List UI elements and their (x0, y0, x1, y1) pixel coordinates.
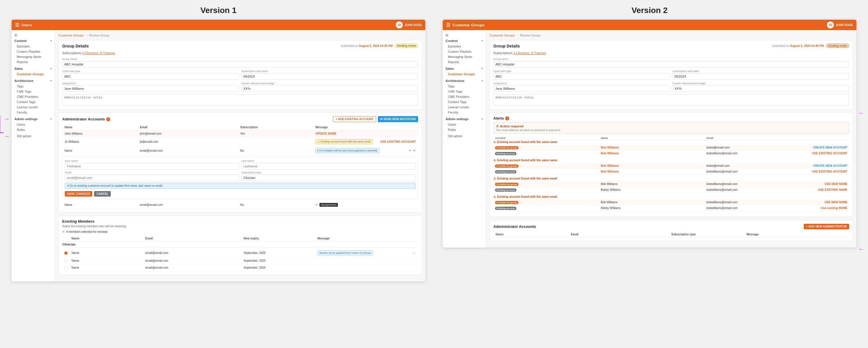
v2-use-new-name-2[interactable]: USE NEW NAME (825, 201, 847, 204)
v1-lastname-input[interactable] (241, 163, 415, 169)
v2-sidebar-architecture[interactable]: Architecture ▾ (443, 78, 486, 84)
v1-cancel-btn[interactable]: CANCEL (94, 191, 111, 197)
v2-use-new-name-1[interactable]: USE NEW NAME (825, 182, 847, 185)
v1-sidebar-architecture[interactable]: Architecture ▾ (11, 78, 55, 84)
v1-admin-accounts-card: Administrator Accounts i + ADD EXISTING … (58, 112, 422, 212)
v1-sidebar-old-admin[interactable]: Old admin (11, 134, 55, 139)
v2-add-admin-btn[interactable]: + ADD NEW ADMINISTRATOR (804, 224, 849, 229)
v1-discount-input[interactable] (241, 85, 418, 92)
v2-sidebar-learner-levels[interactable]: Learner Levels (443, 105, 486, 110)
v1-sidebar-admin[interactable]: Admin settings ▾ (11, 116, 55, 122)
v2-sidebar-playlists[interactable]: Custom Playlists (443, 49, 486, 54)
v1-topbar-title: Users (22, 23, 32, 27)
v1-breadcrumb: Customer Groups → Review Group (58, 34, 422, 37)
v2-action-required-desc: You must address all alerts to proceed t… (496, 128, 846, 132)
v2-subscriptions-link[interactable]: 4 Clinicians, 8 Trainees (513, 51, 546, 55)
v1-arrow-2: → (3, 133, 10, 140)
v2-sidebar-roles[interactable]: Roles (443, 127, 486, 132)
v1-sidebar-cme-tags[interactable]: CME Tags (11, 89, 55, 94)
v2-use-existing-2[interactable]: USE EXISTING ACCOUNT (812, 170, 847, 173)
v1-sidebar-content[interactable]: Content ▾ (11, 38, 55, 44)
v2-sidebar-old-admin[interactable]: Old admin (443, 134, 486, 139)
v1-edit2-btn[interactable]: ✏ (315, 203, 318, 207)
v2-alert-section-3: ⚠ Existing account found with the same e… (493, 177, 849, 193)
v1-sidebar-episodes[interactable]: Episodes (11, 44, 55, 49)
v1-update-name-link[interactable]: UPDATE NAME (315, 132, 416, 135)
v2-status-badge: Pending review (826, 44, 849, 48)
v1-group-name-input[interactable] (62, 61, 418, 67)
v2-discount-input[interactable] (673, 85, 849, 92)
v1-assigned-to-select[interactable]: Jane Williams (62, 85, 239, 92)
v2-cycle-start-input[interactable] (493, 73, 670, 80)
v2-admin-accounts-title: Administrator Accounts (493, 224, 536, 229)
v1-subscriptions-link[interactable]: 4 Clinicians, 8 Trainees (82, 51, 115, 55)
v2-alert-row-1-2: Existing account Bob Williams bobwilliam… (493, 150, 849, 156)
v2-group-name-input[interactable] (493, 61, 849, 67)
v1-remove-tag-btn[interactable]: ✕ (62, 230, 64, 233)
v1-sidebar-customer-groups[interactable]: Customer Groups (11, 71, 55, 77)
v2-sub-start-input[interactable] (673, 73, 849, 80)
v1-member-checkbox-3[interactable] (64, 266, 67, 269)
v2-assigned-to-field: Assigned to Jane Williams (493, 82, 670, 92)
v2-alert-row-4-1: Provided by group Bob Williams bobwillia… (493, 200, 849, 205)
v1-sidebar-playlists[interactable]: Custom Playlists (11, 49, 55, 54)
v2-create-account-2[interactable]: CREATE NEW ACCOUNT (813, 164, 847, 167)
v1-breadcrumb-parent[interactable]: Customer Groups (58, 34, 84, 37)
v1-member-checkbox-2[interactable] (64, 259, 67, 262)
v2-sidebar-tags[interactable]: Tags (443, 84, 486, 89)
v2-breadcrumb: Customer Groups → Review Group (490, 34, 853, 37)
v1-member-icon-btn-1[interactable]: ↔ (412, 251, 416, 255)
v1-sidebar-messaging[interactable]: Messaging Spots (11, 54, 55, 59)
v1-add-existing-btn[interactable]: + ADD EXISTING ACCOUNT (333, 116, 376, 122)
v2-sidebar-content[interactable]: Content ▾ (443, 38, 486, 44)
v2-sidebar-messaging[interactable]: Messaging Spots (443, 54, 486, 59)
v1-delete-btn[interactable]: ✕ (413, 148, 416, 152)
v1-sidebar-content-tags[interactable]: Content Tags (11, 99, 55, 105)
v2-sidebar-sales[interactable]: Sales ▾ (443, 66, 486, 71)
v2-sidebar-cme-providers[interactable]: CME Providers (443, 94, 486, 99)
v1-email-input[interactable] (65, 175, 239, 181)
v2-create-account-1[interactable]: CREATE NEW ACCOUNT (813, 146, 847, 149)
v2-use-existing-name-1[interactable]: USE EXISTING NAME (818, 188, 847, 192)
v1-subscription-type-select[interactable]: Clinician (241, 175, 415, 181)
v1-sidebar-roles[interactable]: Roles (11, 127, 55, 132)
v2-sidebar-customer-groups[interactable]: Customer Groups (443, 71, 486, 77)
v1-selected-tag-row: ✕ 4 members selected for renewal (62, 230, 418, 233)
v1-sub-start-input[interactable] (241, 73, 418, 80)
v2-breadcrumb-parent[interactable]: Customer Groups (490, 34, 515, 37)
v1-breadcrumb-current: Review Group (89, 34, 110, 37)
v2-sidebar-admin[interactable]: Admin settings ▾ (443, 116, 486, 122)
v2-notes-textarea[interactable] (493, 94, 849, 106)
v1-sidebar-users[interactable]: Users (11, 122, 55, 127)
v2-use-existing-mame[interactable]: Use existing MAME (821, 206, 847, 210)
v2-menu-icon: ☰ (446, 22, 450, 28)
v2-assigned-to-select[interactable]: Jane Williams (493, 85, 670, 92)
v2-sidebar-faculty[interactable]: Faculty (443, 110, 486, 115)
version1-title: Version 1 (200, 6, 237, 15)
v1-use-existing-account-link[interactable]: USE EXISTING ACCOUNT (380, 140, 416, 143)
v1-sidebar-cme-providers[interactable]: CME Providers (11, 94, 55, 99)
v1-notes-textarea[interactable] (62, 94, 418, 106)
v1-cycle-start-input[interactable] (62, 73, 239, 80)
v1-sidebar-reports[interactable]: Reports (11, 59, 55, 64)
v1-edit-btn[interactable]: ✏ (409, 148, 412, 152)
v1-member-checkbox-1[interactable] (64, 252, 67, 255)
v1-sidebar-tags[interactable]: Tags (11, 84, 55, 89)
v1-admin-info-icon: i (106, 117, 110, 121)
v1-send-invitation-btn[interactable]: ✉ SEND NEW INVITATION (378, 116, 418, 122)
v2-group-details-card: Group Details Submitted on August 5, 202… (490, 40, 853, 110)
v1-sidebar-sales[interactable]: Sales ▾ (11, 66, 55, 71)
v2-sidebar-cme-tags[interactable]: CME Tags (443, 89, 486, 94)
v2-use-existing-1[interactable]: USE EXISTING ACCOUNT (812, 152, 847, 155)
v2-admin-table-header: Name Email Subscription type Message (493, 232, 849, 237)
v1-members-subtitle: Select the existing members who will be … (62, 225, 418, 228)
v2-sidebar-content-tags[interactable]: Content Tags (443, 99, 486, 105)
v2-sidebar-reports[interactable]: Reports (443, 59, 486, 64)
v1-firstname-input[interactable] (65, 163, 239, 169)
v2-subscriptions-row: Subscriptions 4 Clinicians, 8 Trainees (493, 51, 849, 55)
v1-save-changes-btn[interactable]: SAVE CHANGES (65, 191, 92, 197)
v1-sidebar-learner-levels[interactable]: Learner Levels (11, 105, 55, 110)
v2-sidebar-users[interactable]: Users (443, 122, 486, 127)
v2-sidebar-episodes[interactable]: Episodes (443, 44, 486, 49)
v1-sidebar-faculty[interactable]: Faculty (11, 110, 55, 115)
